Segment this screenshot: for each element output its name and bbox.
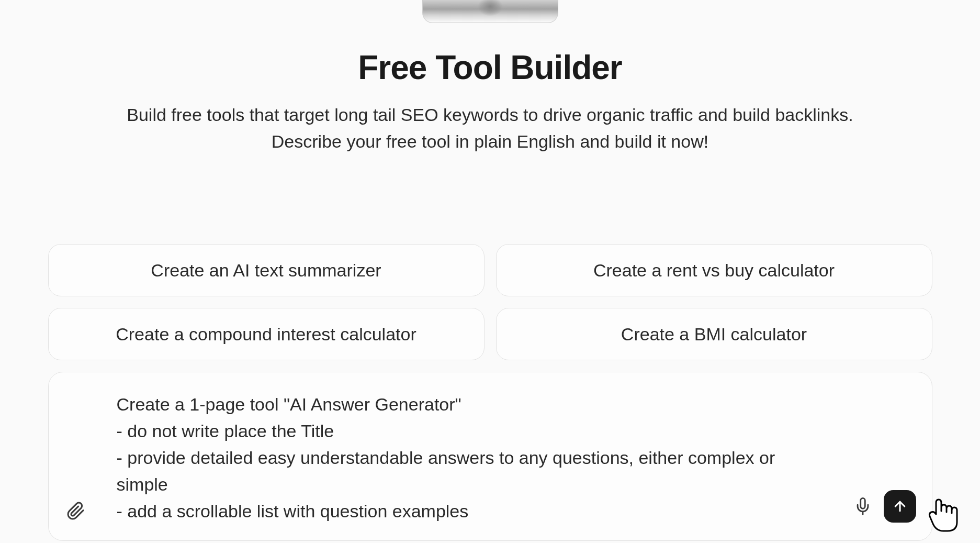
arrow-up-icon: [892, 498, 908, 514]
suggestion-card-summarizer[interactable]: Create an AI text summarizer: [48, 244, 485, 296]
paperclip-icon: [66, 502, 85, 520]
prompt-input[interactable]: Create a 1-page tool "AI Answer Generato…: [98, 391, 841, 525]
main-container: Free Tool Builder Build free tools that …: [0, 0, 980, 543]
suggestion-label: Create a rent vs buy calculator: [593, 260, 835, 281]
send-button[interactable]: [884, 490, 916, 523]
prompt-input-area: Create a 1-page tool "AI Answer Generato…: [48, 372, 932, 541]
suggestion-label: Create a BMI calculator: [621, 324, 807, 345]
mic-button[interactable]: [851, 495, 874, 518]
avatar-inner: [423, 0, 558, 23]
suggestion-card-compound-interest[interactable]: Create a compound interest calculator: [48, 308, 485, 360]
attach-button[interactable]: [64, 500, 87, 523]
suggestion-card-bmi[interactable]: Create a BMI calculator: [496, 308, 932, 360]
input-actions: [851, 490, 916, 523]
suggestion-label: Create a compound interest calculator: [116, 324, 416, 345]
suggestion-card-rent-buy[interactable]: Create a rent vs buy calculator: [496, 244, 932, 296]
page-subtitle: Build free tools that target long tail S…: [46, 102, 935, 155]
avatar-image: [422, 0, 558, 23]
cursor-hand-icon: [926, 493, 962, 535]
microphone-icon: [854, 497, 872, 515]
page-title: Free Tool Builder: [358, 48, 622, 87]
suggestions-grid: Create an AI text summarizer Create a re…: [48, 244, 932, 360]
suggestion-label: Create an AI text summarizer: [151, 260, 381, 281]
